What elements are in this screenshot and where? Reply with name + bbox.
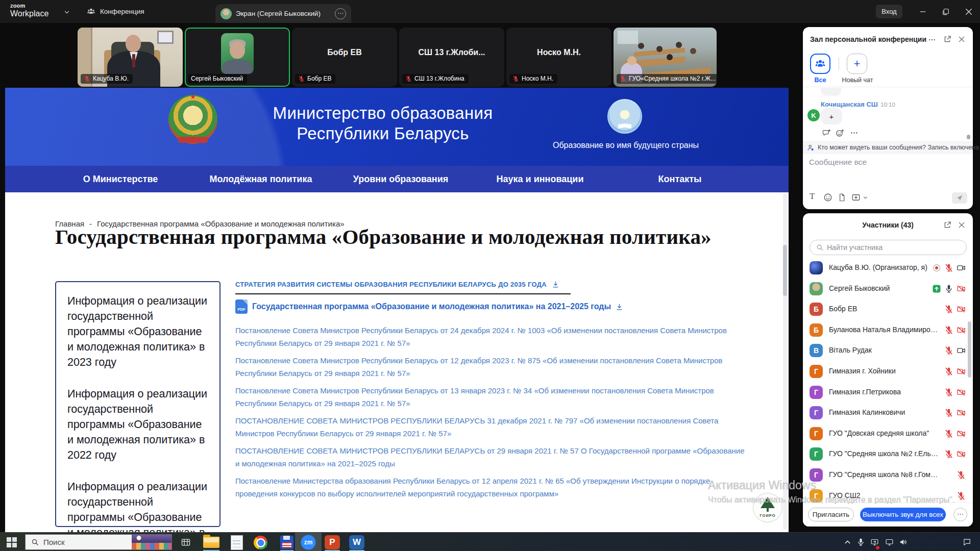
powerpoint-icon[interactable]: P: [325, 535, 340, 549]
participant-row[interactable]: ГГУО "Довская средняя школа": [803, 423, 973, 444]
camera-off-icon[interactable]: [957, 388, 966, 397]
scrollbar-thumb[interactable]: [783, 245, 787, 296]
video-tile-2[interactable]: Сергей Быковский: [185, 28, 290, 87]
nav-item-5[interactable]: Контакты: [658, 174, 702, 185]
muted-mic-icon[interactable]: [944, 263, 953, 272]
resolution-link-2[interactable]: Постановление Совета Министров Республик…: [235, 355, 751, 380]
camera-off-icon[interactable]: [957, 429, 966, 438]
tray-expand-icon[interactable]: [843, 538, 852, 546]
tab-meeting[interactable]: Конференция: [87, 0, 144, 23]
resolution-link-3[interactable]: Постановление Совета Министров Республик…: [235, 385, 751, 410]
file-explorer-icon[interactable]: [203, 537, 219, 548]
resolution-link-4[interactable]: ПОСТАНОВЛЕНИЕ СОВЕТА МИНИСТРОВ РЕСПУБЛИК…: [235, 415, 751, 440]
task-view-icon[interactable]: [181, 537, 191, 547]
start-button[interactable]: [7, 537, 16, 547]
format-text-icon[interactable]: T: [810, 191, 815, 202]
video-tile-1[interactable]: Кацуба В.Ю.: [78, 28, 183, 87]
video-tile-5[interactable]: Носко М.Н.Носко М.Н.: [506, 28, 611, 87]
muted-mic-icon[interactable]: [944, 305, 953, 314]
add-reaction-icon[interactable]: [836, 129, 844, 137]
participants-scrollbar-thumb[interactable]: [968, 321, 971, 378]
save-app-icon[interactable]: [280, 536, 293, 549]
camera-icon[interactable]: [957, 346, 966, 355]
participant-row[interactable]: ГГимназия Калинковичи: [803, 403, 973, 423]
chat-scrollbar-thumb[interactable]: [967, 135, 970, 139]
more-icon[interactable]: [850, 129, 859, 137]
muted-mic-icon[interactable]: [944, 388, 953, 397]
chevron-down-icon[interactable]: [63, 9, 70, 16]
reply-icon[interactable]: [822, 129, 831, 137]
nav-item-1[interactable]: О Министерстве: [83, 174, 158, 185]
pop-out-icon[interactable]: [943, 221, 951, 229]
strategy-link[interactable]: СТРАТЕГИЯ РАЗВИТИЯ СИСТЕМЫ ОБРАЗОВАНИЯ Р…: [235, 281, 559, 288]
nav-item-2[interactable]: Молодёжная политика: [210, 174, 312, 185]
chat-message-input[interactable]: Сообщение все: [809, 158, 867, 167]
participant-row[interactable]: ГГУО "Средняя школа №2 г.Ельска": [803, 444, 973, 464]
tab-screen-share[interactable]: Экран (Сергей Быковский) ⋯: [215, 4, 351, 23]
chevron-down-icon[interactable]: [863, 195, 868, 201]
new-chat-button[interactable]: +: [847, 54, 867, 74]
close-icon[interactable]: [958, 35, 966, 43]
tray-mic-icon[interactable]: [856, 538, 865, 546]
participant-row[interactable]: ББобр ЕВ: [803, 299, 973, 319]
chrome-icon[interactable]: [254, 536, 267, 549]
muted-mic-icon[interactable]: [944, 408, 953, 417]
recording-icon[interactable]: [932, 263, 941, 272]
camera-off-icon[interactable]: [957, 449, 966, 459]
camera-off-icon[interactable]: [957, 284, 966, 293]
participant-row[interactable]: ГГимназия г.Петрикова: [803, 382, 973, 403]
screen-record-icon[interactable]: [870, 538, 879, 546]
camera-off-icon[interactable]: [957, 305, 966, 314]
network-icon[interactable]: [885, 538, 894, 546]
muted-mic-icon[interactable]: [944, 325, 953, 335]
video-tile-6[interactable]: ГУО«Средняя школа №2 г.Ж...: [614, 28, 717, 87]
camera-off-icon[interactable]: [957, 325, 966, 335]
sidebar-report-link-2[interactable]: Информация о реализации государственной …: [67, 386, 208, 463]
invite-button[interactable]: Пригласить: [808, 508, 854, 521]
mic-icon[interactable]: [944, 284, 953, 293]
mute-all-button[interactable]: Выключить звук для всех: [860, 508, 946, 521]
participant-row[interactable]: ГГимназия г. Хойники: [803, 361, 973, 382]
sidebar-report-link-3[interactable]: Информация о реализации государственной …: [67, 479, 208, 532]
more-options-button[interactable]: ⋯: [953, 508, 967, 521]
resolution-link-5[interactable]: ПОСТАНОВЛЕНИЕ СОВЕТА МИНИСТРОВ РЕСПУБЛИК…: [235, 445, 751, 470]
tab-more-icon[interactable]: ⋯: [335, 8, 346, 19]
camera-off-icon[interactable]: [957, 367, 966, 376]
word-icon[interactable]: W: [349, 535, 364, 549]
muted-mic-icon[interactable]: [944, 346, 953, 355]
muted-mic-icon[interactable]: [944, 429, 953, 438]
pdf-link-row[interactable]: PDF Государственная программа «Образован…: [235, 299, 623, 314]
muted-mic-icon[interactable]: [944, 449, 953, 459]
video-tile-3[interactable]: Бобр ЕВБобр ЕВ: [292, 28, 397, 87]
pop-out-icon[interactable]: [943, 35, 951, 43]
close-icon[interactable]: [964, 7, 973, 16]
action-center-icon[interactable]: [963, 538, 971, 546]
screenshot-icon[interactable]: [851, 193, 861, 202]
nav-item-4[interactable]: Наука и инновации: [497, 174, 584, 185]
chat-message-bubble[interactable]: +: [821, 108, 842, 124]
send-button[interactable]: [952, 192, 967, 204]
muted-mic-icon[interactable]: [944, 367, 953, 376]
taskbar-search[interactable]: Поиск: [25, 534, 172, 550]
attach-file-icon[interactable]: [838, 193, 846, 202]
video-tile-4[interactable]: СШ 13 г.Жлоби...СШ 13 г.Жлобина: [399, 28, 504, 87]
muted-mic-icon[interactable]: [957, 470, 966, 480]
participant-row[interactable]: ББуланова Наталья Владимировна -...: [803, 320, 973, 340]
zoom-app-active[interactable]: zm: [295, 533, 322, 551]
search-highlight-image[interactable]: [132, 535, 172, 549]
participant-row[interactable]: Сергей Быковский: [803, 279, 973, 299]
screen-share-icon[interactable]: [932, 284, 941, 293]
camera-icon[interactable]: [957, 263, 966, 272]
sidebar-report-link-1[interactable]: Информация о реализации государственной …: [67, 293, 208, 370]
muted-mic-icon[interactable]: [957, 491, 966, 500]
volume-icon[interactable]: [898, 538, 908, 546]
chat-tab-all[interactable]: [810, 54, 830, 74]
camera-off-icon[interactable]: [957, 408, 966, 417]
minimize-icon[interactable]: [918, 7, 927, 16]
notepad-icon[interactable]: [231, 535, 243, 550]
search-participant-input[interactable]: Найти участника: [810, 240, 967, 255]
participant-row[interactable]: Кацуба В.Ю. (Организатор, я): [803, 258, 973, 278]
resolution-link-6[interactable]: Постановление Министерства образования Р…: [235, 475, 751, 500]
resolution-link-1[interactable]: Постановление Совета Министров Республик…: [235, 324, 751, 349]
program-pdf-link[interactable]: Государственная программа «Образование и…: [252, 302, 611, 311]
